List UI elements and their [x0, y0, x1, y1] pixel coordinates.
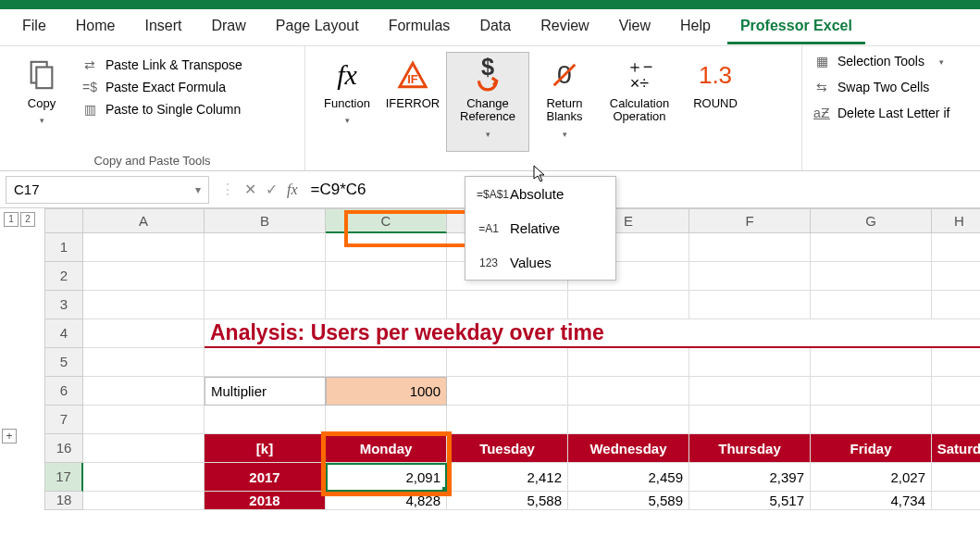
- header-sat[interactable]: Saturd: [932, 434, 980, 463]
- chevron-down-icon[interactable]: ▾: [195, 183, 201, 196]
- multiplier-value-cell[interactable]: 1000: [326, 377, 447, 406]
- tab-home[interactable]: Home: [63, 10, 129, 44]
- cell[interactable]: [83, 463, 205, 492]
- cell[interactable]: [932, 377, 980, 406]
- cell[interactable]: [811, 348, 932, 377]
- cell[interactable]: [568, 348, 689, 377]
- analysis-title[interactable]: Analysis: Users per weekday over time: [205, 319, 980, 348]
- return-blanks-button[interactable]: 0 Return Blanks▾: [535, 52, 594, 152]
- col-header[interactable]: H: [932, 208, 980, 233]
- cell[interactable]: [689, 291, 811, 319]
- cell[interactable]: [205, 233, 326, 262]
- cell[interactable]: [83, 319, 205, 348]
- cell[interactable]: [811, 291, 932, 319]
- header-thu[interactable]: Thursday: [689, 434, 811, 463]
- header-fri[interactable]: Friday: [811, 434, 932, 463]
- cell[interactable]: [326, 406, 447, 434]
- cell[interactable]: [83, 434, 205, 463]
- tab-pagelayout[interactable]: Page Layout: [263, 10, 372, 44]
- cell[interactable]: [568, 291, 689, 319]
- row-header[interactable]: 6: [44, 377, 83, 406]
- cell[interactable]: [326, 233, 447, 262]
- paste-link-transpose[interactable]: ⇄Paste Link & Transpose: [80, 57, 242, 72]
- dropdown-values[interactable]: 123Values: [465, 245, 615, 280]
- cell[interactable]: [205, 291, 326, 319]
- accept-formula-icon[interactable]: ✓: [266, 181, 278, 198]
- name-box[interactable]: C17 ▾: [6, 176, 209, 204]
- tab-data[interactable]: Data: [466, 10, 524, 44]
- data-cell[interactable]: 5,589: [568, 492, 689, 510]
- cell[interactable]: [689, 233, 811, 262]
- outline-level-2[interactable]: 2: [20, 212, 35, 227]
- cell[interactable]: [689, 348, 811, 377]
- copy-button[interactable]: Copy ▾: [9, 52, 74, 152]
- row-header[interactable]: 2: [44, 262, 83, 291]
- cell[interactable]: [83, 406, 205, 434]
- row-header[interactable]: 4: [44, 319, 83, 348]
- row-header[interactable]: 1: [44, 233, 83, 262]
- cell[interactable]: [447, 291, 568, 319]
- cell[interactable]: [811, 406, 932, 434]
- data-cell[interactable]: 5,588: [447, 492, 568, 510]
- cell[interactable]: [568, 377, 689, 406]
- row-header[interactable]: 3: [44, 291, 83, 319]
- data-cell[interactable]: 2,397: [689, 463, 811, 492]
- data-cell[interactable]: 2,412: [447, 463, 568, 492]
- cell[interactable]: [932, 348, 980, 377]
- cell[interactable]: [83, 262, 205, 291]
- header-mon[interactable]: Monday: [326, 434, 447, 463]
- cell[interactable]: [83, 348, 205, 377]
- multiplier-label-cell[interactable]: Multiplier: [205, 377, 326, 406]
- cell[interactable]: [205, 262, 326, 291]
- cell[interactable]: [568, 406, 689, 434]
- cell[interactable]: [205, 348, 326, 377]
- data-cell[interactable]: 5,517: [689, 492, 811, 510]
- iferror-button[interactable]: IF IFERROR: [385, 52, 440, 152]
- cell[interactable]: [811, 262, 932, 291]
- cell[interactable]: [689, 406, 811, 434]
- select-all-corner[interactable]: [44, 208, 83, 233]
- row-header[interactable]: 18: [44, 492, 83, 510]
- tab-draw[interactable]: Draw: [198, 10, 258, 44]
- cancel-formula-icon[interactable]: ✕: [244, 181, 256, 198]
- cell[interactable]: [326, 291, 447, 319]
- data-cell[interactable]: 2,459: [568, 463, 689, 492]
- paste-single-column[interactable]: ▥Paste to Single Column: [80, 102, 242, 117]
- round-button[interactable]: 1.3 ROUND: [685, 52, 746, 152]
- col-header[interactable]: B: [205, 208, 326, 233]
- row-header[interactable]: 16: [44, 434, 83, 463]
- tab-file[interactable]: File: [9, 10, 59, 44]
- cell[interactable]: [932, 262, 980, 291]
- cell[interactable]: [932, 233, 980, 262]
- data-cell[interactable]: 4,828: [326, 492, 447, 510]
- cell[interactable]: [326, 348, 447, 377]
- data-cell[interactable]: 4,734: [811, 492, 932, 510]
- change-reference-button[interactable]: $ Change Reference▾: [446, 52, 529, 152]
- year-2018[interactable]: 2018: [205, 492, 326, 510]
- formula-input[interactable]: =C9*C6: [304, 176, 980, 204]
- delete-last-letter[interactable]: aƵDelete Last Letter if: [812, 106, 949, 120]
- year-2017[interactable]: 2017: [205, 463, 326, 492]
- swap-two-cells[interactable]: ⇆Swap Two Cells: [812, 80, 949, 94]
- cell[interactable]: [811, 233, 932, 262]
- header-tue[interactable]: Tuesday: [447, 434, 568, 463]
- cell[interactable]: [83, 233, 205, 262]
- outline-level-1[interactable]: 1: [4, 212, 19, 227]
- tab-formulas[interactable]: Formulas: [376, 10, 464, 44]
- tab-professor-excel[interactable]: Professor Excel: [727, 10, 865, 44]
- outline-expand[interactable]: +: [2, 429, 17, 443]
- cell[interactable]: [447, 406, 568, 434]
- cell[interactable]: [932, 406, 980, 434]
- header-k[interactable]: [k]: [205, 434, 326, 463]
- tab-review[interactable]: Review: [527, 10, 602, 44]
- dropdown-relative[interactable]: =A1Relative: [465, 211, 615, 245]
- fx-icon[interactable]: fx: [287, 181, 298, 198]
- col-header[interactable]: C: [326, 208, 447, 233]
- paste-exact-formula[interactable]: =$Paste Exact Formula: [80, 80, 242, 94]
- cell[interactable]: [447, 348, 568, 377]
- col-header[interactable]: G: [811, 208, 932, 233]
- cell[interactable]: [689, 262, 811, 291]
- function-button[interactable]: fx Function ▾: [315, 52, 379, 152]
- cell[interactable]: [326, 262, 447, 291]
- cell[interactable]: [205, 406, 326, 434]
